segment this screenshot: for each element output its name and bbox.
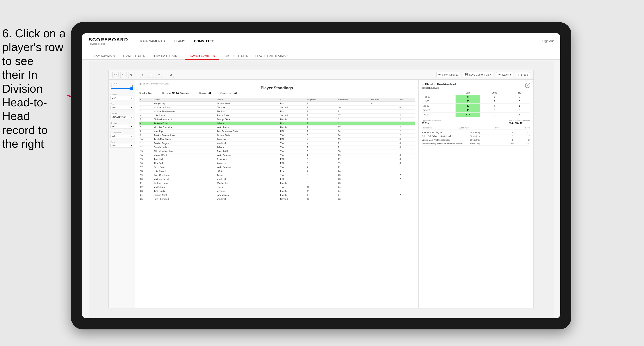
h2h-range: 51-100	[422, 108, 456, 113]
col-yr: Yr	[279, 98, 306, 102]
cell-yr: Fourth	[279, 126, 306, 130]
nav-committee[interactable]: COMMITTEE	[194, 38, 214, 44]
tab-player-h2h-heatmap[interactable]: PLAYER H2H HEATMAP	[252, 52, 291, 60]
no-rounds-filter: No Rds. 0 6	[110, 82, 133, 90]
cut-button[interactable]: ✂	[156, 72, 162, 78]
col-conf-rank: Conf Rank	[337, 98, 370, 102]
h2h-tour-row[interactable]: Fallen Oak Collegiate Invitational Strok…	[422, 134, 530, 138]
filter-panel: No Rds. 0 6 Gender Men	[109, 80, 135, 308]
h2h-tour-row[interactable]: Amer Ari Intercollegiate Stroke Play 4 -…	[422, 131, 530, 134]
settings-button[interactable]: ⚙	[168, 72, 174, 78]
cell-reg-rank: 1	[306, 114, 337, 118]
cell-no-rds	[370, 134, 398, 138]
sign-out-button[interactable]: Sign out	[542, 39, 554, 43]
tab-player-h2h-grid[interactable]: PLAYER H2H GRID	[219, 52, 252, 60]
paste-button[interactable]: ⊞	[148, 72, 154, 78]
table-row[interactable]: 11 Gordon Sargent Vanderbilt Third 4 21 …	[139, 142, 415, 146]
table-row[interactable]: 1 Wenyi Ding Arizona State First 1 1 8 1	[139, 102, 415, 106]
table-row[interactable]: 10 Jacob Mau Olesen Arkansas Fifth 4 25 …	[139, 138, 415, 142]
cell-school: UCLA	[215, 169, 279, 173]
table-row[interactable]: 24 Bastien Amat New Mexico Fourth 1 27 2	[139, 193, 415, 197]
tab-team-summary[interactable]: TEAM SUMMARY	[88, 52, 119, 60]
cell-yr: Fifth	[279, 158, 306, 162]
h2h-close-button[interactable]: ✕	[525, 83, 530, 88]
table-row[interactable]: 23 Jack Lundin Missouri Fourth 11 24 1	[139, 189, 415, 193]
table-row[interactable]: 13 Phichaksn Maichon Texas A&M Third 6 3…	[139, 150, 415, 154]
tab-team-h2h-heatmap[interactable]: TEAM H2H HEATMAP	[149, 52, 185, 60]
tour-name: Mirabel Maui Jim Intercollegiate	[422, 139, 470, 141]
tour-score: -17	[518, 139, 530, 141]
logo-subtitle: Powered by clippi	[88, 43, 128, 45]
cell-player: Christo Lamprecht	[152, 118, 215, 122]
tab-team-h2h-grid[interactable]: TEAM H2H GRID	[119, 52, 149, 60]
cell-reg-rank: 10	[306, 185, 337, 189]
table-row[interactable]: 4 Luke Claton Florida State Second 1 27 …	[139, 114, 415, 118]
cell-reg-rank: 1	[306, 130, 337, 134]
cell-school: Auburn	[215, 122, 279, 126]
save-custom-button[interactable]: 💾 Save Custom View	[463, 72, 494, 77]
table-row[interactable]: 12 Brendan Valles Auburn Third 1 21 0	[139, 146, 415, 150]
tour-type: Stroke Play	[470, 131, 506, 134]
h2h-table-row: >100 578 11 1	[422, 113, 530, 117]
table-row[interactable]: 16 Alex Goff Kentucky Fifth 8 19 0	[139, 162, 415, 165]
standings-area: Update time: 27/03/2024 16:56:26 Player …	[135, 80, 418, 308]
cell-school: North Florida	[215, 126, 279, 130]
h2h-win: 8	[456, 95, 480, 99]
standings-table: # Player School Yr Reg Rank Conf Rank No…	[139, 98, 415, 305]
redo-button[interactable]: ↪	[120, 72, 126, 78]
table-row[interactable]: 25 Cole Sherwood Vanderbilt Second 12 23…	[139, 197, 415, 201]
table-row[interactable]: 19 Tiger Christensen Arizona Third 8 23 …	[139, 173, 415, 177]
gender-value[interactable]: Men ▾	[110, 96, 133, 100]
player-filter: Player (All) ▾	[110, 141, 133, 148]
h2h-panel: In Division Head-to-Head Jackson Koivun …	[418, 80, 534, 308]
table-row[interactable]: 22 Ian Gilligan Florida Third 10 24 1	[139, 185, 415, 189]
refresh-button[interactable]: ↺	[128, 72, 134, 78]
table-row[interactable]: 8 Mats Ege East Tennessee State Fifth 1 …	[139, 130, 415, 134]
table-row[interactable]: 5 Christo Lamprecht Georgia Tech Fourth …	[139, 118, 415, 122]
player-value[interactable]: (All) ▾	[110, 144, 133, 148]
cell-yr: Third	[279, 165, 306, 169]
cell-player: Brendan Valles	[152, 146, 215, 150]
cell-reg-rank: 11	[306, 189, 337, 193]
h2h-tour-row[interactable]: SEC Match Play Hosted by Jerry Pate Roun…	[422, 142, 530, 146]
rounds-slider[interactable]	[110, 88, 133, 89]
cell-reg-rank: 1	[306, 102, 337, 106]
table-row[interactable]: 21 Taehoon Song Washington Fourth 6 23 1	[139, 181, 415, 185]
cell-rank: 3	[139, 110, 152, 114]
tour-pos: 2	[506, 135, 518, 137]
h2h-tour-row[interactable]: Mirabel Maui Jim Intercollegiate Stroke …	[422, 138, 530, 142]
chevron-down-icon-4: ▾	[131, 125, 132, 128]
watch-button[interactable]: 👁 Watch ▾	[496, 72, 513, 77]
cell-conf-rank: 21	[337, 142, 370, 146]
table-row[interactable]: 18 Luke Powell UCLA First 4 24 1	[139, 169, 415, 173]
cell-school: Arkansas	[215, 138, 279, 142]
conference-value[interactable]: (All) ▾	[110, 134, 133, 138]
h2h-table-row: Top 10 8 3 2	[422, 95, 530, 99]
undo-button[interactable]: ↩	[112, 72, 118, 78]
table-row[interactable]: 6 Jackson Koivun Auburn First 1 1	[139, 122, 415, 126]
table-row[interactable]: 17 David Ford North Carolina Third 4 21 …	[139, 165, 415, 169]
nav-teams[interactable]: TEAMS	[174, 38, 185, 44]
copy-button[interactable]: ⎘	[140, 72, 146, 78]
tab-player-summary[interactable]: PLAYER SUMMARY	[185, 52, 219, 60]
division-value[interactable]: NCAA Division I ▾	[110, 115, 133, 119]
share-button[interactable]: ⬆ Share	[516, 72, 530, 77]
table-row[interactable]: 9 Preston Summerhays Arizona State Third…	[139, 134, 415, 138]
year-value[interactable]: (All) ▾	[110, 106, 133, 109]
h2h-range: 11-25	[422, 99, 456, 104]
nav-tournaments[interactable]: TOURNAMENTS	[139, 38, 165, 44]
view-original-button[interactable]: 👁 View: Original	[436, 72, 460, 77]
table-row[interactable]: 20 Matthew Riedel Vanderbilt Fifth 8 23 …	[139, 177, 415, 181]
table-row[interactable]: 7 Nicholas Gabrelick North Florida Fourt…	[139, 126, 415, 130]
table-row[interactable]: 14 Maxwell Ford North Carolina Third 7 2…	[139, 154, 415, 158]
region-value[interactable]: N/A ▾	[110, 125, 133, 129]
cell-no-rds	[370, 142, 398, 146]
cell-school: Florida State	[215, 114, 279, 118]
table-row[interactable]: 2 Michael La Sasso Ole Miss Second 1 10 …	[139, 106, 415, 110]
table-row[interactable]: 15 Jake Hall Tennessee Fifth 8 22 0	[139, 158, 415, 162]
cell-school: Missouri	[215, 189, 279, 193]
cell-no-rds: 8	[370, 102, 398, 106]
table-row[interactable]: 3 Michael Thorbjornsen Stanford First 1 …	[139, 110, 415, 114]
cell-school: Vanderbilt	[215, 177, 279, 181]
tour-col-tournament: Tournament	[422, 127, 432, 129]
